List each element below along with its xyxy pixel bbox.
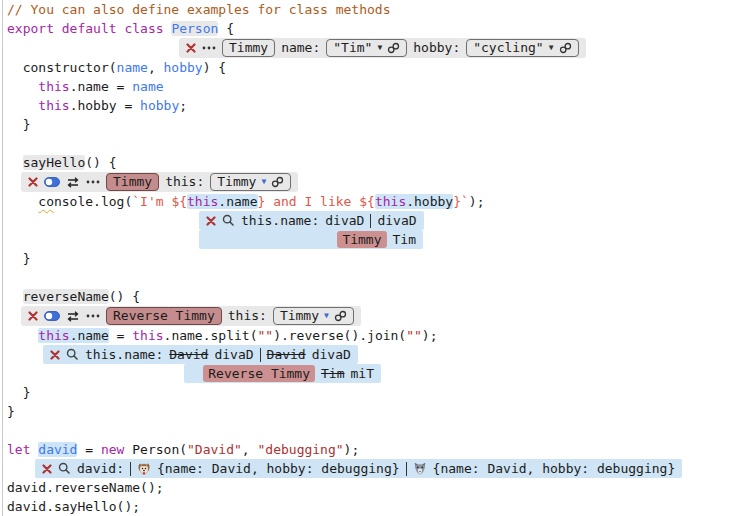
code-token	[7, 155, 23, 170]
annotation-text: david:	[77, 459, 124, 478]
value-separator	[130, 462, 131, 476]
swap-arrows-icon[interactable]	[66, 311, 80, 322]
code-token: reverseName	[23, 289, 109, 304]
code-token	[7, 328, 38, 343]
close-icon[interactable]	[186, 43, 196, 53]
example-tab-button[interactable]: Timmy	[222, 39, 275, 57]
field-label: this:	[165, 172, 204, 192]
inline-annotation-row: david:{name: David, hobby: debugging}{na…	[3, 459, 749, 478]
chevron-down-icon: ▼	[377, 44, 382, 52]
value-dropdown[interactable]: "cycling"▼	[466, 39, 578, 57]
swap-arrows-icon[interactable]	[66, 177, 80, 188]
link-icon[interactable]	[559, 42, 572, 54]
close-icon[interactable]	[206, 216, 216, 226]
code-token: }	[7, 251, 30, 266]
code-token: .hobby =	[70, 98, 140, 113]
code-line: export default class Person {	[3, 19, 749, 38]
toggle-icon[interactable]	[44, 177, 60, 187]
value-separator	[370, 214, 371, 228]
code-editor: // You can also define examples for clas…	[2, 0, 749, 516]
link-icon[interactable]	[334, 310, 347, 322]
code-token: .name.split(	[164, 328, 258, 343]
code-token: david	[38, 442, 77, 457]
wolf-icon	[413, 462, 427, 476]
code-token: }	[7, 385, 30, 400]
close-icon[interactable]	[50, 350, 60, 360]
magnifier-icon[interactable]	[58, 462, 71, 475]
code-token: );	[422, 328, 438, 343]
annotation-text: divaD	[312, 345, 351, 364]
code-token: ;	[179, 98, 187, 113]
code-token: );	[344, 442, 360, 457]
code-token: () {	[85, 155, 116, 170]
example-widget: Timmythis:Timmy▼	[21, 172, 298, 192]
close-icon[interactable]	[28, 177, 38, 187]
value-dropdown[interactable]: Timmy▼	[273, 307, 354, 325]
close-icon[interactable]	[28, 311, 38, 321]
example-badge: Reverse Timmy	[203, 365, 315, 382]
annotation-text: divaD	[377, 211, 416, 230]
dropdown-value: "Tim"	[333, 38, 372, 58]
annotation-text: Tim	[393, 230, 416, 249]
code-token	[7, 98, 38, 113]
value-dropdown[interactable]: Timmy▼	[210, 173, 291, 191]
code-token: new	[101, 442, 124, 457]
code-token: this	[187, 194, 218, 209]
inline-widget-row: Timmythis:Timmy▼	[3, 172, 749, 192]
link-icon[interactable]	[271, 176, 284, 188]
annotation-text: {name: David, hobby: debugging}	[433, 459, 676, 478]
toggle-icon[interactable]	[44, 311, 60, 321]
code-token: ""	[257, 328, 273, 343]
code-token: david.reverseName();	[7, 480, 164, 495]
example-widget: Reverse Timmythis:Timmy▼	[21, 306, 361, 326]
code-token: this	[38, 79, 69, 94]
old-value: David	[169, 345, 208, 364]
highlight-group: this.name	[187, 194, 257, 209]
code-token: hobby	[164, 60, 203, 75]
code-token: Person	[171, 21, 218, 36]
code-line: david.reverseName();	[3, 478, 749, 497]
code-token: and I like	[265, 194, 359, 209]
code-line: david.sayHello();	[3, 497, 749, 516]
inline-annotation-row: Reverse TimmyTimmiT	[3, 364, 749, 383]
code-token: }	[7, 404, 15, 419]
code-token: `I'm	[132, 194, 171, 209]
magnifier-icon[interactable]	[66, 348, 79, 361]
code-token: ) {	[203, 60, 226, 75]
blank-line	[3, 421, 749, 440]
annotation-text: miT	[351, 364, 374, 383]
magnifier-icon[interactable]	[222, 214, 235, 227]
code-token: .name =	[70, 79, 133, 94]
code-line: this.hobby = hobby;	[3, 96, 749, 115]
field-label: this:	[228, 306, 267, 326]
highlight-group: this.hobby	[375, 194, 453, 209]
code-token: ,	[242, 442, 258, 457]
code-token: // You can also define examples for clas…	[7, 2, 391, 17]
code-token	[7, 289, 23, 304]
dog-icon	[137, 462, 151, 476]
value-dropdown[interactable]: "Tim"▼	[326, 39, 407, 57]
code-token: name	[117, 60, 148, 75]
code-token: "debugging"	[258, 442, 344, 457]
code-token: );	[469, 194, 485, 209]
inline-annotation-row: this.name:DaviddivaDDaviddivaD	[3, 345, 749, 364]
more-options-icon[interactable]	[202, 46, 216, 50]
more-options-icon[interactable]	[86, 180, 100, 184]
code-token: constructor(	[7, 60, 117, 75]
code-token: sayHello	[23, 155, 86, 170]
example-tab-button[interactable]: Timmy	[106, 173, 159, 191]
annotation-text: divaD	[214, 345, 253, 364]
blank-line	[3, 134, 749, 153]
old-value: David	[267, 345, 306, 364]
link-icon[interactable]	[387, 42, 400, 54]
annotation-text: this.name:	[241, 211, 319, 230]
example-tab-button[interactable]: Reverse Timmy	[106, 307, 222, 325]
more-options-icon[interactable]	[86, 314, 100, 318]
code-line: console.log(`I'm ${this.name} and I like…	[3, 192, 749, 211]
close-icon[interactable]	[42, 464, 52, 474]
code-token	[7, 194, 38, 209]
code-line: constructor(name, hobby) {	[3, 58, 749, 77]
blank-line	[3, 268, 749, 287]
annotation-text: this.name:	[85, 345, 163, 364]
code-token: this	[38, 328, 69, 343]
